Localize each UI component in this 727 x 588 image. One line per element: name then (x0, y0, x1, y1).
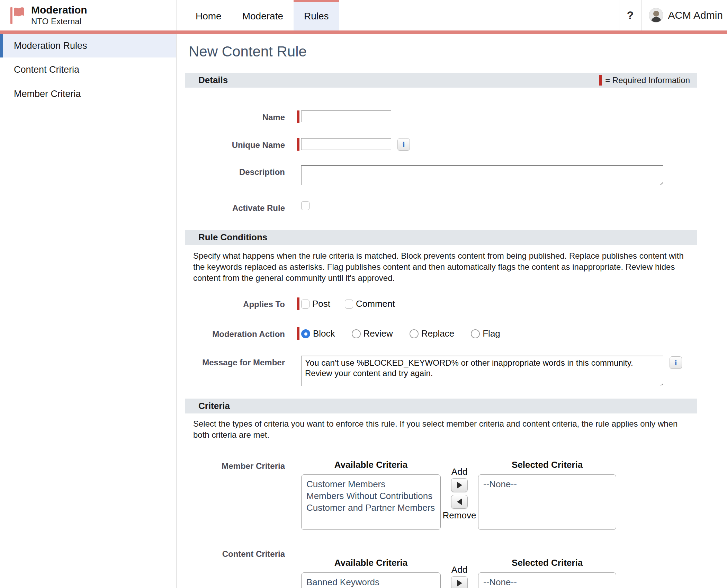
content-criteria-row: Content Criteria Available Criteria Bann… (193, 549, 727, 588)
member-add-label: Add (451, 466, 467, 477)
tab-home[interactable]: Home (185, 0, 232, 30)
list-item[interactable]: Members Without Contributions (306, 490, 436, 502)
required-marker (297, 110, 299, 123)
list-item[interactable]: --None-- (483, 576, 611, 588)
flag-radio-label: Flag (483, 328, 500, 339)
flag-icon (10, 6, 25, 24)
content-criteria-label: Content Criteria (193, 549, 285, 559)
member-selected-listbox[interactable]: --None-- (478, 474, 616, 530)
app-subtitle: NTO External (31, 16, 87, 27)
list-item[interactable]: Banned Keywords (306, 576, 436, 588)
unique-name-label: Unique Name (193, 138, 285, 150)
applies-to-option-post: Post (301, 299, 330, 309)
name-label: Name (193, 110, 285, 123)
required-marker (297, 138, 299, 151)
action-option-block: Block (301, 328, 335, 339)
member-criteria-row: Member Criteria Available Criteria Custo… (193, 460, 727, 530)
list-item[interactable]: --None-- (483, 478, 611, 490)
avatar (649, 8, 663, 23)
block-radio-label: Block (313, 328, 335, 339)
member-selected-header: Selected Criteria (478, 460, 616, 470)
activate-rule-checkbox[interactable] (301, 201, 309, 210)
name-row: Name (193, 110, 727, 123)
applies-to-label: Applies To (193, 297, 285, 310)
message-for-member-label: Message for Member (193, 356, 285, 368)
user-menu[interactable]: ACM Admin (642, 0, 727, 30)
main-tabs: Home Moderate Rules (185, 0, 339, 30)
list-item[interactable]: Customer Members (306, 478, 436, 490)
replace-radio-label: Replace (421, 328, 454, 339)
sidebar-item-content-criteria[interactable]: Content Criteria (0, 57, 176, 82)
message-info-button[interactable]: i (670, 356, 682, 369)
help-button[interactable]: ? (619, 0, 642, 30)
action-option-flag: Flag (471, 328, 500, 339)
details-section-header: Details = Required Information (185, 73, 697, 88)
page-title: New Content Rule (189, 43, 727, 60)
member-criteria-label: Member Criteria (193, 460, 285, 471)
review-radio-label: Review (364, 328, 393, 339)
header-accent-bar (0, 30, 727, 34)
info-icon: i (675, 358, 677, 367)
info-icon: i (403, 140, 405, 149)
content-add-label: Add (451, 564, 467, 575)
member-available-listbox[interactable]: Customer Members Members Without Contrib… (301, 474, 441, 530)
unique-name-info-button[interactable]: i (397, 138, 410, 151)
member-add-button[interactable] (451, 478, 468, 492)
action-option-review: Review (352, 328, 393, 339)
details-section-title: Details (198, 75, 228, 86)
unique-name-input[interactable] (301, 138, 391, 150)
tab-rules[interactable]: Rules (294, 0, 339, 30)
left-arrow-icon (457, 498, 462, 505)
applies-to-row: Applies To Post Comment (193, 297, 727, 310)
post-checkbox-label: Post (312, 299, 330, 309)
block-radio[interactable] (301, 329, 310, 338)
moderation-action-row: Moderation Action Block Review Replace (193, 327, 727, 340)
moderation-action-label: Moderation Action (193, 327, 285, 339)
content-available-header: Available Criteria (301, 558, 441, 568)
criteria-section-header: Criteria (185, 399, 697, 413)
required-marker (297, 297, 299, 310)
description-textarea[interactable] (301, 165, 663, 185)
description-row: Description (193, 165, 727, 185)
member-remove-button[interactable] (451, 495, 468, 509)
required-marker (297, 327, 299, 340)
content-selected-header: Selected Criteria (478, 558, 616, 568)
right-arrow-icon (457, 580, 462, 587)
right-arrow-icon (457, 482, 462, 489)
comment-checkbox[interactable] (345, 300, 353, 309)
tab-moderate[interactable]: Moderate (232, 0, 294, 30)
activate-rule-label: Activate Rule (193, 201, 285, 213)
comment-checkbox-label: Comment (356, 299, 395, 309)
content-selected-listbox[interactable]: --None-- (478, 572, 616, 588)
member-available-header: Available Criteria (301, 460, 441, 470)
replace-radio[interactable] (410, 329, 419, 338)
review-radio[interactable] (352, 329, 361, 338)
required-legend: = Required Information (599, 75, 690, 86)
description-label: Description (193, 165, 285, 177)
content-available-listbox[interactable]: Banned Keywords (301, 572, 441, 588)
activate-rule-row: Activate Rule (193, 201, 727, 213)
post-checkbox[interactable] (301, 300, 309, 309)
rule-conditions-section-header: Rule Conditions (185, 230, 697, 245)
content-add-button[interactable] (451, 576, 468, 588)
rule-conditions-description: Specify what happens when the rule crite… (193, 250, 688, 284)
flag-radio[interactable] (471, 329, 480, 338)
app-title: Moderation (31, 4, 87, 16)
name-input[interactable] (301, 110, 391, 122)
required-legend-text: = Required Information (605, 75, 690, 85)
required-bar-icon (599, 75, 602, 86)
member-remove-label: Remove (443, 510, 476, 520)
sidebar-item-moderation-rules[interactable]: Moderation Rules (0, 34, 176, 57)
criteria-description: Select the types of criteria you want to… (193, 418, 688, 440)
app-brand: Moderation NTO External (0, 0, 177, 30)
sidebar: Moderation Rules Content Criteria Member… (0, 34, 177, 588)
user-name: ACM Admin (668, 9, 723, 21)
list-item[interactable]: Customer and Partner Members (306, 502, 436, 514)
sidebar-item-member-criteria[interactable]: Member Criteria (0, 82, 176, 106)
rule-conditions-section-title: Rule Conditions (198, 232, 267, 243)
message-for-member-row: Message for Member You can't use %BLOCKE… (193, 356, 727, 386)
criteria-section-title: Criteria (198, 401, 230, 411)
message-for-member-textarea[interactable]: You can't use %BLOCKED_KEYWORD% or other… (301, 356, 663, 386)
app-header: Moderation NTO External Home Moderate Ru… (0, 0, 727, 30)
main-content: New Content Rule Details = Required Info… (177, 34, 727, 588)
